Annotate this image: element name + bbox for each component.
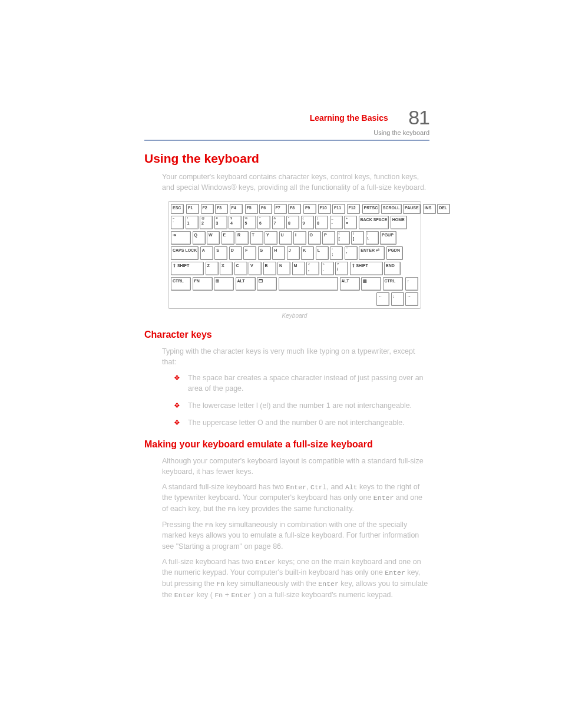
keyboard-key: E (222, 231, 234, 245)
keyboard-caption: Keyboard (168, 312, 421, 319)
keyboard-arrow-row: ←↓→ (171, 292, 418, 306)
text-fragment: ) on a full-size keyboard's numeric keyp… (254, 591, 394, 599)
header-rule (144, 140, 429, 141)
keyboard-key: ← (376, 292, 389, 306)
keyboard-key: ⇥ (171, 231, 191, 245)
char-bullet-list: The space bar creates a space character … (174, 373, 429, 429)
keyboard-key: ⇧ SHIFT (171, 262, 204, 275)
subsection-emulate: Making your keyboard emulate a full-size… (144, 439, 429, 450)
keyboard-key: FN (193, 277, 213, 291)
keyboard-key: K (301, 246, 314, 260)
keyboard-key: ESC (171, 204, 184, 214)
keyboard-fn-row: ESCF1F2F3F4F5F6F7F8F9F10F11F12PRTSCSCROL… (171, 204, 418, 214)
keyboard-outline: ESCF1F2F3F4F5F6F7F8F9F10F11F12PRTSCSCROL… (168, 201, 421, 309)
emulate-para-3: Pressing the Fn key simultaneously in co… (162, 519, 429, 552)
keyboard-key: I (293, 231, 306, 245)
keyboard-key: !1 (186, 216, 199, 229)
keyboard-key: %5 (243, 216, 256, 229)
keyboard-key: F4 (230, 204, 243, 214)
keyboard-key: "' (345, 246, 358, 260)
keyboard-key: *8 (286, 216, 299, 229)
list-item: The space bar creates a space character … (174, 373, 429, 395)
keyboard-key: &7 (272, 216, 285, 229)
keyboard-key: G (258, 246, 271, 260)
keyboard-key: ?/ (335, 262, 348, 275)
keyboard-key: += (344, 216, 357, 229)
key-label-alt: Alt (345, 483, 358, 491)
keyboard-key: → (405, 292, 418, 306)
keyboard-key: F3 (215, 204, 228, 214)
keyboard-key: ↑ (405, 277, 418, 291)
keyboard-key: INS (423, 204, 436, 214)
keyboard-key: Z (206, 262, 219, 275)
text-fragment: key, but the (188, 505, 227, 513)
text-fragment: + (225, 591, 232, 599)
emulate-para-4: A full-size keyboard has two Enter keys;… (162, 556, 429, 601)
keyboard-key: >. (321, 262, 334, 275)
key-label-enter: Enter (232, 591, 252, 599)
keyboard-key (279, 277, 339, 291)
keyboard-key: CTRL (171, 277, 191, 291)
keyboard-key: )0 (315, 216, 328, 229)
section-heading: Using the keyboard (144, 151, 429, 166)
key-label-enter: Enter (255, 558, 276, 566)
list-item: The uppercase letter O and the number 0 … (174, 417, 429, 429)
text-fragment: key simultaneously with the (227, 579, 319, 588)
keyboard-key: PAUSE (403, 204, 421, 214)
running-header: Learning the Basics 81 (144, 106, 429, 129)
keyboard-key: 🗔 (257, 277, 277, 291)
text-fragment: Pressing the (162, 521, 205, 529)
keyboard-key: (9 (301, 216, 314, 229)
keyboard-key: ENTER ⏎ (359, 246, 385, 260)
key-label-enter: Enter (286, 483, 307, 491)
emulate-para-2: A standard full-size keyboard has two En… (162, 482, 429, 515)
keyboard-key: $4 (229, 216, 242, 229)
keyboard-key: M (292, 262, 305, 275)
keyboard-q-row: ⇥QWERTYUIOP{[}]|\PGUP (171, 231, 418, 245)
keyboard-key: ↓ (391, 292, 404, 306)
keyboard-key: T (250, 231, 263, 245)
keyboard-key: F6 (259, 204, 272, 214)
keyboard-key: ⇧ SHIFT (350, 262, 383, 275)
list-item: The lowercase letter l (el) and the numb… (174, 400, 429, 411)
keyboard-key: HOME (391, 216, 407, 229)
char-intro: Typing with the character keys is very m… (162, 346, 429, 367)
keyboard-key: V (249, 262, 262, 275)
keyboard-key: J (287, 246, 300, 260)
keyboard-key: @2 (200, 216, 213, 229)
text-fragment: key ( (197, 591, 213, 599)
key-label-fn: Fn (216, 580, 224, 588)
keyboard-key: END (384, 262, 401, 275)
keyboard-key: ALT (236, 277, 256, 291)
keyboard-key: :; (330, 246, 343, 260)
keyboard-key: F2 (201, 204, 214, 214)
keyboard-key: ~` (171, 216, 184, 229)
key-label-enter: Enter (318, 580, 339, 588)
keyboard-key: D (229, 246, 242, 260)
keyboard-key: PGUP (380, 231, 396, 245)
keyboard-key: F9 (303, 204, 316, 214)
page-number: 81 (408, 106, 429, 129)
keyboard-key: F1 (186, 204, 199, 214)
keyboard-key: P (322, 231, 335, 245)
keyboard-key: R (236, 231, 249, 245)
keyboard-key: ▤ (361, 277, 381, 291)
keyboard-key: C (234, 262, 247, 275)
keyboard-key: H (272, 246, 285, 260)
intro-paragraph: Your computer's keyboard contains charac… (162, 172, 429, 193)
key-label-enter: Enter (373, 494, 394, 502)
keyboard-key: N (277, 262, 290, 275)
text-fragment: A full-size keyboard has two (162, 558, 255, 566)
keyboard-key: O (308, 231, 321, 245)
keyboard-key: DEL (437, 204, 450, 214)
keyboard-diagram: ESCF1F2F3F4F5F6F7F8F9F10F11F12PRTSCSCROL… (168, 201, 421, 319)
keyboard-key: A (200, 246, 213, 260)
keyboard-key: F (243, 246, 256, 260)
keyboard-key: F12 (347, 204, 360, 214)
keyboard-key: ⊞ (214, 277, 234, 291)
keyboard-key: F7 (274, 204, 287, 214)
keyboard-key: ALT (340, 277, 360, 291)
subsection-character-keys: Character keys (144, 330, 429, 340)
keyboard-bottom-row: CTRLFN⊞ALT🗔ALT▤CTRL↑ (171, 277, 418, 291)
keyboard-key: F11 (332, 204, 345, 214)
